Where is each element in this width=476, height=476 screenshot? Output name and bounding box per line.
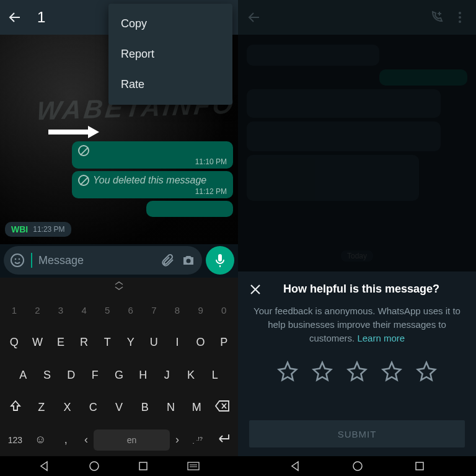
deleted-icon — [78, 175, 89, 186]
comma-key[interactable]: , — [53, 427, 79, 452]
keyboard-key[interactable]: U — [143, 330, 166, 355]
date-chip: Today — [341, 250, 373, 262]
keyboard-key[interactable]: N — [158, 395, 184, 420]
period-key[interactable]: . .!? — [185, 430, 210, 451]
outgoing-deleted-message[interactable]: You deleted this message 11:10 PM — [72, 141, 233, 169]
outgoing-message-partial[interactable] — [146, 201, 233, 217]
keyboard-key[interactable]: 6 — [119, 299, 143, 322]
menu-item-report[interactable]: Report — [108, 39, 232, 69]
keyboard-key[interactable]: 3 — [49, 299, 73, 322]
svg-point-12 — [353, 462, 362, 470]
rating-panel: Today How helpful is this message? Your … — [238, 0, 476, 476]
keyboard-key[interactable]: 8 — [165, 299, 189, 322]
nav-recents-icon[interactable] — [415, 461, 425, 471]
emoji-key[interactable]: ☺ — [28, 427, 53, 452]
keyboard-row-1: Q W E R T Y U I O P — [0, 326, 238, 358]
keyboard-key[interactable]: T — [95, 330, 119, 355]
nav-home-icon[interactable] — [352, 461, 363, 472]
keyboard-key[interactable]: W — [26, 330, 50, 355]
add-call-icon[interactable] — [429, 10, 444, 25]
back-icon[interactable] — [247, 10, 262, 25]
message-time: 11:23 PM — [33, 225, 64, 234]
star-3[interactable] — [346, 361, 368, 382]
keyboard-key[interactable]: H — [131, 363, 155, 388]
keyboard-key[interactable]: C — [80, 395, 106, 420]
keyboard-key[interactable]: Q — [2, 330, 26, 355]
nav-back-icon[interactable] — [289, 461, 301, 472]
keyboard-key[interactable]: E — [49, 330, 73, 355]
keyboard-key[interactable]: G — [107, 363, 131, 388]
spacebar-key[interactable]: en — [94, 430, 170, 451]
deleted-text: You deleted this message — [93, 175, 206, 186]
prev-lang-key[interactable]: ‹ — [79, 427, 94, 452]
outgoing-deleted-message[interactable]: You deleted this message 11:12 PM — [72, 171, 233, 198]
emoji-icon[interactable] — [10, 253, 25, 268]
keyboard-key[interactable]: P — [212, 330, 236, 355]
keyboard-key[interactable]: I — [165, 330, 189, 355]
keyboard-key[interactable]: B — [132, 395, 158, 420]
more-icon[interactable] — [452, 10, 467, 25]
keyboard-key[interactable]: R — [73, 330, 96, 355]
keyboard-collapse-icon[interactable] — [0, 278, 238, 294]
star-1[interactable] — [277, 361, 298, 382]
chat-toolbar-dimmed — [238, 0, 476, 35]
keyboard-key[interactable]: A — [11, 363, 35, 388]
star-4[interactable] — [381, 361, 402, 382]
next-lang-key[interactable]: › — [170, 427, 185, 452]
star-2[interactable] — [312, 361, 333, 382]
backspace-key[interactable] — [209, 394, 236, 421]
keyboard-key[interactable]: D — [59, 363, 83, 388]
message-textbox[interactable]: Message — [4, 246, 202, 275]
star-5[interactable] — [416, 361, 437, 382]
keyboard-key[interactable]: K — [179, 363, 203, 388]
incoming-message[interactable]: WBI 11:23 PM — [5, 222, 71, 237]
back-icon[interactable] — [7, 10, 22, 25]
menu-item-copy[interactable]: Copy — [108, 9, 232, 39]
learn-more-link[interactable]: Learn more — [357, 333, 405, 343]
input-placeholder: Message — [38, 254, 84, 267]
keyboard-key[interactable]: Y — [119, 330, 143, 355]
camera-icon[interactable] — [181, 253, 196, 268]
close-icon[interactable] — [249, 283, 262, 296]
submit-button[interactable]: SUBMIT — [249, 420, 465, 447]
keyboard-key[interactable]: F — [83, 363, 107, 388]
keyboard-key[interactable]: O — [189, 330, 213, 355]
keyboard-row-3: Z X C V B N M — [0, 391, 238, 423]
enter-key[interactable] — [210, 426, 236, 454]
keyboard-key[interactable]: Z — [29, 395, 55, 420]
chat-panel-with-menu: 1 Copy Report Rate WABETAINFO You delete… — [0, 0, 238, 476]
nav-recents-icon[interactable] — [138, 461, 148, 471]
message-list: You deleted this message 11:10 PM You de… — [5, 139, 233, 239]
keyboard-key[interactable]: 5 — [95, 299, 119, 322]
context-menu: Copy Report Rate — [108, 4, 232, 105]
keyboard-row-numbers: 1 2 3 4 5 6 7 8 9 0 — [0, 294, 238, 326]
keyboard-row-bottom: 123 ☺ , ‹ en › . .!? — [0, 424, 238, 456]
nav-home-icon[interactable] — [89, 461, 100, 472]
rating-bottom-sheet: How helpful is this message? Your feedba… — [238, 271, 476, 456]
symbols-key[interactable]: 123 — [2, 429, 28, 451]
keyboard-key[interactable]: 9 — [189, 299, 213, 322]
keyboard-key[interactable]: V — [106, 395, 132, 420]
svg-rect-6 — [188, 462, 199, 470]
keyboard-key[interactable]: 4 — [73, 299, 96, 322]
shift-key[interactable] — [2, 393, 29, 422]
android-navbar — [238, 456, 476, 476]
keyboard-key[interactable]: J — [155, 363, 179, 388]
keyboard-key[interactable]: 7 — [143, 299, 166, 322]
keyboard-key[interactable]: 0 — [212, 299, 236, 322]
menu-item-rate[interactable]: Rate — [108, 69, 232, 100]
attach-icon[interactable] — [160, 253, 175, 268]
svg-point-11 — [459, 20, 461, 23]
keyboard-key[interactable]: X — [55, 395, 81, 420]
keyboard-key[interactable]: M — [183, 395, 209, 420]
svg-point-1 — [15, 258, 17, 260]
selection-count: 1 — [37, 9, 45, 26]
keyboard-key[interactable]: 1 — [2, 299, 26, 322]
keyboard-key[interactable]: 2 — [26, 299, 50, 322]
keyboard-key[interactable]: L — [203, 363, 227, 388]
nav-keyboard-icon[interactable] — [187, 462, 200, 470]
mic-button[interactable] — [206, 246, 234, 275]
on-screen-keyboard[interactable]: 1 2 3 4 5 6 7 8 9 0 Q W E R T Y U I O P … — [0, 278, 238, 456]
nav-back-icon[interactable] — [38, 461, 50, 472]
keyboard-key[interactable]: S — [35, 363, 60, 388]
